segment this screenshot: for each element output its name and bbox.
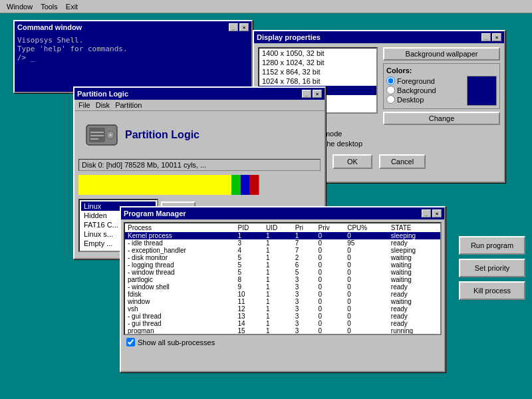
progman-minimize-btn[interactable]: _: [422, 209, 431, 217]
process-table: Process PID UID Pri Priv CPU% STATE Kern…: [125, 223, 440, 335]
cmd-window-buttons: _ ×: [229, 23, 249, 31]
partition-logo: Partition Logic: [78, 115, 321, 155]
foreground-label: Foreground: [397, 77, 435, 85]
hdd-icon: [85, 122, 118, 148]
col-pid: PID: [235, 223, 264, 232]
partition-window-buttons: _ ×: [302, 90, 322, 98]
disk-bar-blue: [241, 175, 250, 195]
col-process: Process: [125, 223, 235, 232]
cmd-line-2: Type 'help' for commands.: [17, 45, 249, 53]
progman-title: Program Manager: [124, 209, 186, 217]
progman-body[interactable]: Process PID UID Pri Priv CPU% STATE Kern…: [124, 222, 442, 335]
col-cpu: CPU%: [344, 223, 388, 232]
progman-window-buttons: _ ×: [422, 209, 442, 217]
disk-bar-yellow: [78, 175, 231, 195]
color-preview-box[interactable]: [467, 76, 497, 106]
radio-background[interactable]: [386, 86, 395, 94]
display-titlebar: Display properties _ ×: [254, 31, 504, 43]
col-pri: Pri: [293, 223, 316, 232]
table-row[interactable]: - logging thread51600waiting: [125, 261, 440, 269]
table-row[interactable]: - exception_handler41700sleeping: [125, 247, 440, 254]
process-list: Kernel process11100sleeping - idle threa…: [125, 232, 440, 335]
partition-titlebar: Partition Logic _ ×: [74, 88, 325, 100]
table-row[interactable]: partlogic81300waiting: [125, 276, 440, 283]
svg-point-3: [109, 134, 112, 136]
cmd-body: Visopsys Shell. Type 'help' for commands…: [15, 33, 251, 92]
table-row[interactable]: - gui thread131300ready: [125, 313, 440, 320]
menu-exit[interactable]: Exit: [62, 1, 82, 12]
table-header-row: Process PID UID Pri Priv CPU% STATE: [125, 223, 440, 232]
progman-footer: Show all sub-processes: [124, 335, 442, 349]
ok-btn[interactable]: OK: [332, 154, 372, 169]
display-minimize-btn[interactable]: _: [481, 33, 491, 41]
partition-menubar: File Disk Partition: [74, 100, 325, 111]
table-row[interactable]: window111300waiting: [125, 298, 440, 305]
cmd-window-title: Command window: [17, 23, 82, 31]
svg-rect-5: [90, 135, 104, 136]
menubar: Window Tools Exit: [0, 0, 532, 13]
menu-window[interactable]: Window: [3, 1, 37, 12]
partition-menu-disk[interactable]: Disk: [96, 101, 110, 109]
desktop-label: Desktop: [397, 96, 424, 104]
cmd-window-titlebar: Command window _ ×: [15, 21, 251, 33]
run-program-btn[interactable]: Run program: [459, 236, 525, 255]
disk-bar: [78, 175, 321, 195]
partition-menu-file[interactable]: File: [78, 101, 90, 109]
res-item-3[interactable]: 1024 x 768, 16 bit: [259, 76, 376, 86]
res-item-0[interactable]: 1400 x 1050, 32 bit: [259, 49, 376, 58]
color-desktop[interactable]: Desktop: [386, 95, 436, 104]
background-label: Background: [397, 86, 436, 94]
show-subprocesses-label: Show all sub-processes: [138, 338, 215, 346]
display-title: Display properties: [257, 33, 321, 41]
change-btn[interactable]: Change: [383, 112, 500, 125]
color-foreground[interactable]: Foreground: [386, 76, 436, 85]
menu-tools[interactable]: Tools: [37, 1, 62, 12]
cmd-line-3: /> _: [17, 53, 249, 62]
progman-content: Process PID UID Pri Priv CPU% STATE Kern…: [121, 219, 444, 352]
col-uid: UID: [263, 223, 293, 232]
disk-info: Disk 0: [hd0] 78528 Mb, 10011 cyls, ...: [78, 159, 321, 171]
colors-section: Colors: Foreground Background: [383, 63, 500, 109]
cmd-line-1: Visopsys Shell.: [17, 36, 249, 45]
partition-minimize-btn[interactable]: _: [302, 90, 311, 98]
cmd-close-btn[interactable]: ×: [239, 23, 249, 31]
table-row[interactable]: - window thread51500waiting: [125, 269, 440, 276]
kill-process-btn[interactable]: Kill process: [459, 281, 525, 300]
res-item-2[interactable]: 1152 x 864, 32 bit: [259, 67, 376, 76]
side-buttons: Run program Set priority Kill process: [459, 236, 525, 300]
disk-bar-gray: [259, 175, 321, 195]
partition-title: Partition Logic: [77, 90, 128, 98]
radio-desktop[interactable]: [386, 95, 395, 104]
set-priority-btn[interactable]: Set priority: [459, 259, 525, 277]
colors-label: Colors:: [386, 66, 497, 74]
table-row[interactable]: progman151300running: [125, 327, 440, 334]
display-close-btn[interactable]: ×: [492, 33, 501, 41]
display-window-buttons: _ ×: [481, 33, 501, 41]
color-background[interactable]: Background: [386, 86, 436, 94]
show-subprocesses-checkbox[interactable]: [126, 338, 135, 346]
partition-close-btn[interactable]: ×: [313, 90, 322, 98]
svg-rect-6: [90, 138, 98, 140]
display-right: Background wallpaper Colors: Foreground …: [383, 47, 500, 125]
table-row[interactable]: - disk monitor51200waiting: [125, 254, 440, 261]
command-window: Command window _ × Visopsys Shell. Type …: [13, 20, 253, 93]
table-row[interactable]: fdisk101300ready: [125, 291, 440, 298]
progman-titlebar: Program Manager _ ×: [121, 207, 444, 219]
table-row[interactable]: - gui thread141300ready: [125, 320, 440, 327]
table-row[interactable]: vsh121300ready: [125, 305, 440, 313]
color-options: Foreground Background Desktop: [386, 76, 436, 106]
disk-bar-red: [249, 175, 259, 195]
partition-menu-partition[interactable]: Partition: [115, 101, 142, 109]
radio-foreground[interactable]: [386, 76, 395, 85]
table-row[interactable]: Kernel process11100sleeping: [125, 232, 440, 239]
table-row[interactable]: - window shell91300ready: [125, 283, 440, 291]
table-row[interactable]: - idle thread317095ready: [125, 239, 440, 247]
progman-window: Program Manager _ × Process PID UID Pri …: [120, 206, 446, 372]
cancel-btn[interactable]: Cancel: [379, 154, 426, 169]
progman-close-btn[interactable]: ×: [432, 209, 442, 217]
col-state: STATE: [388, 223, 440, 232]
cmd-minimize-btn[interactable]: _: [229, 23, 238, 31]
bg-wallpaper-btn[interactable]: Background wallpaper: [383, 47, 500, 61]
disk-bar-green: [231, 175, 241, 195]
res-item-1[interactable]: 1280 x 1024, 32 bit: [259, 58, 376, 67]
